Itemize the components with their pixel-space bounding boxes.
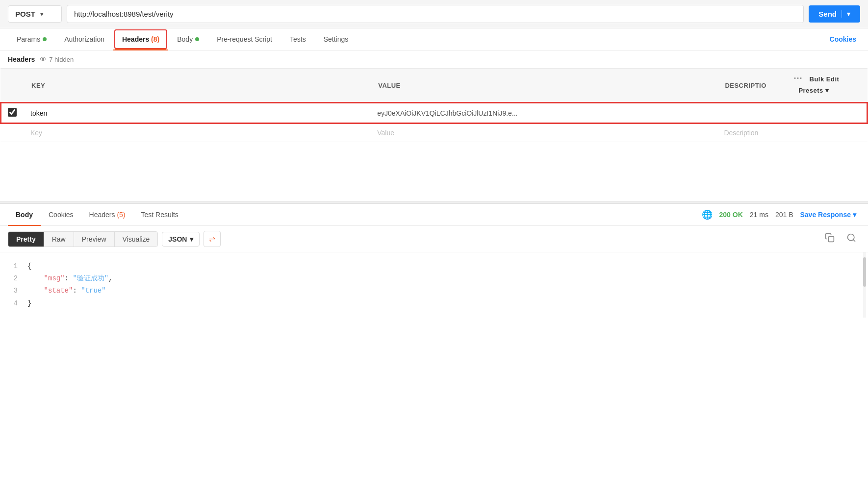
send-chevron: ▾	[842, 10, 850, 18]
row-description-cell[interactable]	[717, 102, 786, 124]
bulk-edit-button[interactable]: Bulk Edit	[805, 73, 844, 86]
hidden-label: 7 hidden	[49, 56, 74, 63]
tab-body[interactable]: Body	[168, 28, 208, 50]
headers-section-header: Headers 👁 7 hidden	[0, 50, 868, 68]
presets-button[interactable]: Presets ▾	[793, 84, 860, 97]
json-format-chevron: ▾	[190, 235, 193, 243]
tab-settings-label: Settings	[324, 35, 349, 43]
tab-headers-count: (8)	[151, 35, 159, 43]
empty-row-value-cell[interactable]: Value	[370, 124, 717, 142]
row-key-cell[interactable]: token	[24, 102, 370, 124]
tab-authorization-label: Authorization	[64, 35, 104, 43]
format-raw-button[interactable]: Raw	[44, 232, 74, 247]
tab-body-label: Body	[177, 35, 193, 43]
more-icon[interactable]: ···	[793, 74, 802, 83]
headers-table-wrapper: KEY VALUE DESCRIPTIO ··· Bulk Edit Prese…	[0, 68, 868, 142]
status-badge: 200 OK	[719, 211, 743, 219]
empty-row-description-cell[interactable]: Description	[717, 124, 786, 142]
col-value-header: VALUE	[370, 69, 717, 103]
col-actions-header: ··· Bulk Edit Presets ▾	[786, 69, 868, 103]
tab-authorization[interactable]: Authorization	[55, 28, 113, 50]
tab-settings[interactable]: Settings	[315, 28, 357, 50]
format-preview-button[interactable]: Preview	[74, 232, 115, 247]
resp-tab-test-results[interactable]: Test Results	[133, 204, 186, 225]
table-row: token eyJ0eXAiOiJKV1QiLCJhbGciOiJlUzI1Ni…	[0, 102, 868, 124]
tab-pre-request[interactable]: Pre-request Script	[208, 28, 281, 50]
empty-description-placeholder: Description	[724, 129, 758, 137]
presets-chevron: ▾	[825, 87, 829, 94]
tab-tests-label: Tests	[290, 35, 306, 43]
tab-pre-request-label: Pre-request Script	[217, 35, 272, 43]
response-time: 21 ms	[750, 211, 768, 219]
json-format-label: JSON	[168, 235, 187, 243]
send-label: Send	[818, 10, 842, 18]
empty-space	[0, 142, 868, 201]
eye-icon: 👁	[40, 55, 47, 63]
method-label: POST	[15, 10, 35, 18]
row-actions-cell	[786, 102, 868, 124]
response-size: 201 B	[775, 211, 793, 219]
resp-tab-headers-label: Headers	[89, 211, 117, 219]
cookies-link[interactable]: Cookies	[826, 28, 860, 50]
tab-headers[interactable]: Headers (8)	[113, 28, 168, 50]
row-key-value: token	[30, 109, 47, 117]
empty-row-actions-cell	[786, 124, 868, 142]
row-value-value: eyJ0eXAiOiJKV1QiLCJhbGciOiJlUzI1NiJ9.e..…	[377, 109, 517, 117]
tab-params-label: Params	[17, 35, 40, 43]
headers-table: KEY VALUE DESCRIPTIO ··· Bulk Edit Prese…	[0, 68, 868, 142]
save-response-label: Save Response	[800, 211, 851, 219]
tab-headers-label: Headers	[122, 35, 151, 43]
headers-section-title: Headers	[8, 55, 35, 63]
tab-tests[interactable]: Tests	[281, 28, 315, 50]
row-value-cell[interactable]: eyJ0eXAiOiJKV1QiLCJhbGciOiJlUzI1NiJ9.e..…	[370, 102, 717, 124]
method-chevron: ▾	[40, 11, 43, 18]
url-input[interactable]	[67, 5, 804, 23]
table-header-row: KEY VALUE DESCRIPTIO ··· Bulk Edit Prese…	[0, 69, 868, 103]
line-num-1: 1	[8, 260, 18, 272]
presets-label: Presets	[798, 87, 823, 94]
response-section: Body Cookies Headers (5) Test Results 🌐 …	[0, 204, 868, 318]
svg-rect-0	[829, 237, 834, 242]
tab-params[interactable]: Params	[8, 28, 55, 50]
code-content-2: "msg": "验证成功",	[27, 272, 113, 285]
copy-button[interactable]	[821, 231, 839, 247]
resp-tab-body-label: Body	[16, 211, 33, 219]
resp-tab-body[interactable]: Body	[8, 204, 41, 225]
json-format-selector[interactable]: JSON ▾	[162, 232, 200, 247]
row-checkbox-cell[interactable]	[0, 102, 24, 124]
method-selector[interactable]: POST ▾	[8, 5, 62, 23]
search-button[interactable]	[842, 231, 860, 247]
code-line-2: 2 "msg": "验证成功",	[8, 272, 860, 285]
line-num-3: 3	[8, 285, 18, 297]
resp-tab-cookies-label: Cookies	[49, 211, 74, 219]
resp-tab-test-results-label: Test Results	[141, 211, 179, 219]
empty-value-placeholder: Value	[377, 129, 394, 137]
response-body-toolbar: Pretty Raw Preview Visualize JSON ▾ ⇌	[0, 226, 868, 252]
headers-tab-box: Headers (8)	[114, 29, 167, 49]
col-key-header: KEY	[24, 69, 370, 103]
empty-row-checkbox-cell	[0, 124, 24, 142]
line-num-2: 2	[8, 272, 18, 285]
format-pretty-button[interactable]: Pretty	[8, 232, 44, 247]
send-button[interactable]: Send ▾	[809, 5, 860, 23]
empty-row-key-cell[interactable]: Key	[24, 124, 370, 142]
resp-tab-cookies[interactable]: Cookies	[41, 204, 81, 225]
scrollbar-thumb[interactable]	[863, 257, 866, 287]
format-group: Pretty Raw Preview Visualize	[8, 231, 158, 247]
row-checkbox[interactable]	[8, 108, 17, 117]
format-visualize-button[interactable]: Visualize	[115, 232, 158, 247]
save-response-button[interactable]: Save Response ▾	[800, 211, 857, 219]
save-response-chevron: ▾	[853, 211, 856, 219]
col-checkbox	[0, 69, 24, 103]
code-content-4: }	[27, 297, 31, 310]
wrap-icon: ⇌	[209, 235, 215, 243]
code-line-3: 3 "state": "true"	[8, 285, 860, 297]
response-meta: 🌐 200 OK 21 ms 201 B Save Response ▾	[698, 209, 860, 220]
response-tab-bar: Body Cookies Headers (5) Test Results 🌐 …	[0, 204, 868, 226]
resp-tab-headers[interactable]: Headers (5)	[81, 204, 133, 225]
resp-tab-headers-count: (5)	[117, 211, 125, 219]
col-description-header: DESCRIPTIO	[717, 69, 786, 103]
code-content-3: "state": "true"	[27, 285, 106, 297]
wrap-button[interactable]: ⇌	[204, 231, 221, 247]
hidden-badge: 👁 7 hidden	[40, 55, 74, 63]
